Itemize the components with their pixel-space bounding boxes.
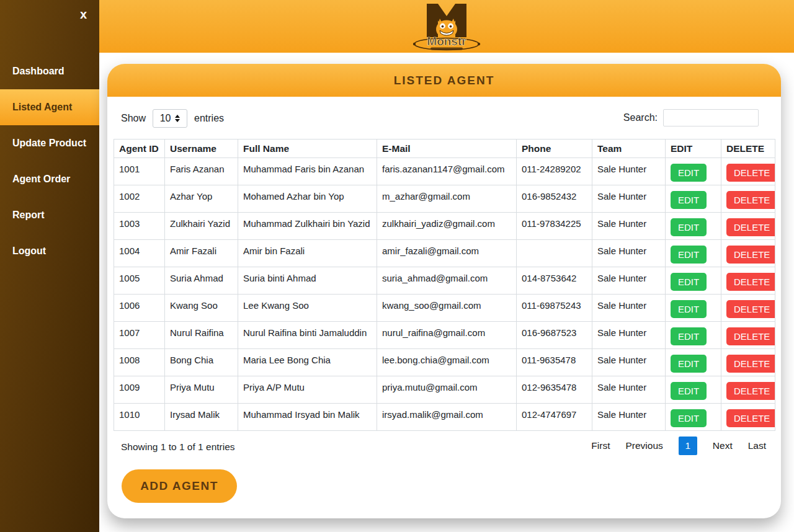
cell-delete: DELETE (721, 158, 775, 185)
delete-button[interactable]: DELETE (726, 409, 775, 427)
cell-agent-id: 1009 (114, 376, 165, 404)
pagination-first[interactable]: First (591, 440, 610, 451)
edit-button[interactable]: EDIT (671, 191, 707, 209)
search-label: Search: (623, 112, 658, 123)
pagination-previous[interactable]: Previous (626, 440, 663, 451)
cell-phone: 016-9852432 (517, 185, 592, 213)
column-header-agent-id[interactable]: Agent ID (114, 140, 165, 158)
edit-button[interactable]: EDIT (671, 300, 707, 318)
cell-edit: EDIT (666, 404, 721, 431)
delete-button[interactable]: DELETE (726, 191, 775, 209)
cell-username: Irysad Malik (165, 404, 238, 431)
edit-button[interactable]: EDIT (671, 409, 707, 427)
pagination-current-page[interactable]: 1 (679, 437, 697, 455)
panel-title: LISTED AGENT (107, 64, 781, 97)
table-row: 1006Kwang SooLee Kwang Sookwang_soo@gmai… (114, 295, 775, 322)
cell-delete: DELETE (721, 295, 775, 322)
column-header-full-name[interactable]: Full Name (238, 140, 377, 158)
sidebar-item-dashboard[interactable]: Dashboard (0, 53, 99, 89)
cell-full-name: Muhammad Irsyad bin Malik (238, 404, 377, 431)
cell-phone (517, 240, 592, 267)
column-header-e-mail[interactable]: E-Mail (377, 140, 517, 158)
cell-edit: EDIT (666, 158, 721, 185)
edit-button[interactable]: EDIT (671, 164, 707, 182)
cell-team: Sale Hunter (592, 213, 666, 240)
cell-phone: 014-8753642 (517, 267, 592, 295)
column-header-phone[interactable]: Phone (517, 140, 592, 158)
cell-username: Zulkhairi Yazid (165, 213, 238, 240)
column-header-team[interactable]: Team (592, 140, 666, 158)
cell-username: Kwang Soo (165, 295, 238, 322)
close-icon[interactable]: x (80, 8, 87, 20)
delete-button[interactable]: DELETE (726, 327, 775, 345)
column-header-delete[interactable]: DELETE (721, 140, 775, 158)
edit-button[interactable]: EDIT (671, 355, 707, 373)
cell-team: Sale Hunter (592, 295, 666, 322)
delete-button[interactable]: DELETE (726, 300, 775, 318)
pagination-last[interactable]: Last (748, 440, 766, 451)
listed-agent-panel: LISTED AGENT Show 10 entries Search: Age… (107, 64, 781, 518)
delete-button[interactable]: DELETE (726, 382, 775, 400)
monstr-logo-icon: Monstr (400, 1, 493, 52)
sidebar-item-agent-order[interactable]: Agent Order (0, 161, 99, 197)
cell-email: lee.bong.chia@gmail.com (377, 349, 517, 376)
select-arrows-icon (175, 115, 180, 122)
edit-button[interactable]: EDIT (671, 218, 707, 236)
cell-email: priya.mutu@gmail.com (377, 376, 517, 404)
cell-delete: DELETE (721, 322, 775, 349)
cell-full-name: Mohamed Azhar bin Yop (238, 185, 377, 213)
search-control: Search: (623, 109, 759, 126)
column-header-edit[interactable]: EDIT (666, 140, 721, 158)
search-input[interactable] (663, 109, 759, 126)
delete-button[interactable]: DELETE (726, 164, 775, 182)
cell-username: Nurul Raifina (165, 322, 238, 349)
sidebar-item-update-product[interactable]: Update Product (0, 125, 99, 161)
cell-delete: DELETE (721, 213, 775, 240)
cell-phone: 011-24289202 (517, 158, 592, 185)
pagination-next[interactable]: Next (713, 440, 733, 451)
cell-email: amir_fazali@gmail.com (377, 240, 517, 267)
cell-email: m_azhar@gmail.com (377, 185, 517, 213)
cell-phone: 011-69875243 (517, 295, 592, 322)
cell-username: Amir Fazali (165, 240, 238, 267)
cell-edit: EDIT (666, 185, 721, 213)
edit-button[interactable]: EDIT (671, 273, 707, 291)
cell-email: irsyad.malik@gmail.com (377, 404, 517, 431)
cell-delete: DELETE (721, 267, 775, 295)
cell-username: Bong Chia (165, 349, 238, 376)
edit-button[interactable]: EDIT (671, 246, 707, 264)
delete-button[interactable]: DELETE (726, 273, 775, 291)
cell-team: Sale Hunter (592, 376, 666, 404)
cell-agent-id: 1010 (114, 404, 165, 431)
cell-phone: 011-9635478 (517, 349, 592, 376)
cell-full-name: Lee Kwang Soo (238, 295, 377, 322)
add-agent-button[interactable]: ADD AGENT (122, 469, 237, 503)
delete-button[interactable]: DELETE (726, 355, 775, 373)
cell-phone: 016-9687523 (517, 322, 592, 349)
cell-delete: DELETE (721, 349, 775, 376)
cell-agent-id: 1007 (114, 322, 165, 349)
table-row: 1004Amir FazaliAmir bin Fazaliamir_fazal… (114, 240, 775, 267)
edit-button[interactable]: EDIT (671, 327, 707, 345)
page-length-select[interactable]: 10 (153, 109, 187, 128)
table-row: 1005Suria AhmadSuria binti Ahmadsuria_ah… (114, 267, 775, 295)
top-bar: Monstr (99, 0, 794, 53)
cell-agent-id: 1003 (114, 213, 165, 240)
cell-full-name: Maria Lee Bong Chia (238, 349, 377, 376)
table-row: 1003Zulkhairi YazidMuhammad Zulkhairi bi… (114, 213, 775, 240)
sidebar-item-report[interactable]: Report (0, 197, 99, 233)
delete-button[interactable]: DELETE (726, 218, 775, 236)
cell-edit: EDIT (666, 213, 721, 240)
table-header-row: Agent IDUsernameFull NameE-MailPhoneTeam… (114, 140, 775, 158)
cell-team: Sale Hunter (592, 158, 666, 185)
cell-edit: EDIT (666, 322, 721, 349)
delete-button[interactable]: DELETE (726, 246, 775, 264)
sidebar-item-logout[interactable]: Logout (0, 233, 99, 269)
sidebar: x DashboardListed AgentUpdate ProductAge… (0, 0, 99, 532)
edit-button[interactable]: EDIT (671, 382, 707, 400)
column-header-username[interactable]: Username (165, 140, 238, 158)
sidebar-item-listed-agent[interactable]: Listed Agent (0, 89, 99, 125)
cell-agent-id: 1005 (114, 267, 165, 295)
logo-text: Monstr (427, 35, 466, 48)
cell-username: Priya Mutu (165, 376, 238, 404)
